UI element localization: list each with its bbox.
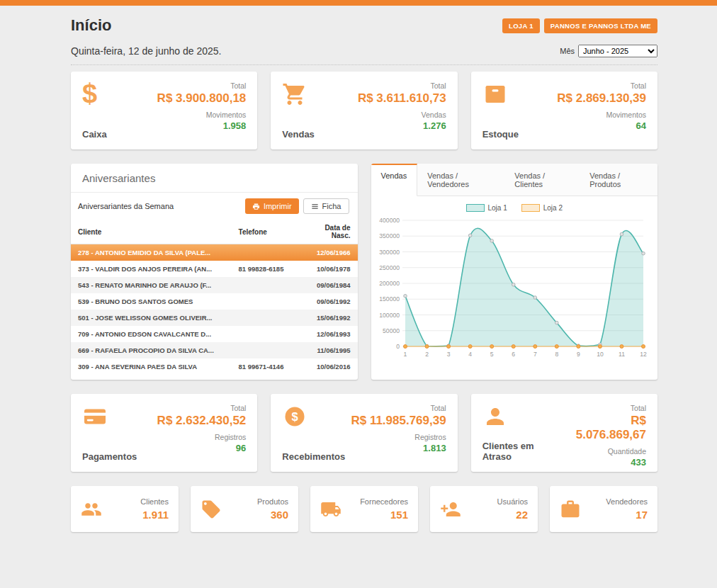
cell-cliente: 543 - RENATO MARINHO DE ARAUJO (F... (71, 277, 232, 293)
svg-text:9: 9 (576, 351, 580, 358)
summary-value: 22 (497, 509, 528, 521)
stat-card-title: Vendas (282, 129, 315, 140)
total-value: R$ 3.900.800,18 (157, 91, 247, 106)
coin-icon: $ (282, 404, 307, 429)
cell-data: 09/06/1984 (300, 277, 358, 293)
people-icon (81, 499, 102, 520)
svg-text:150000: 150000 (379, 295, 400, 303)
cell-telefone (232, 342, 300, 358)
usuarios-summary-card[interactable]: Usuários 22 (430, 486, 538, 532)
ficha-button[interactable]: Ficha (303, 198, 349, 214)
svg-text:10: 10 (597, 351, 604, 358)
summary-label: Fornecedores (360, 497, 408, 506)
recebimentos-card[interactable]: $ Recebimentos Total R$ 11.985.769,39 Re… (271, 394, 457, 472)
cell-telefone: 81 99828-6185 (232, 261, 300, 277)
tab-vendas-vendedores[interactable]: Vendas / Vendedores (417, 164, 504, 196)
main-content: Início LOJA 1 PANNOS E PANNOS LTDA ME Qu… (71, 16, 657, 532)
table-row[interactable]: 709 - ANTONIO EDSON CAVALCANTE D... 12/0… (71, 326, 358, 342)
loja1-legend-swatch (466, 204, 485, 212)
fornecedores-summary-card[interactable]: Fornecedores 151 (310, 486, 418, 532)
tab-vendas-clientes[interactable]: Vendas / Clientes (504, 164, 580, 196)
clientes-atraso-card[interactable]: Clientes em Atraso Total R$ 5.076.869,67… (471, 394, 657, 472)
chart-legend: Loja 1 Loja 2 (371, 196, 658, 212)
count-label: Registros (157, 433, 247, 441)
total-value: R$ 2.869.130,39 (557, 91, 646, 106)
cell-telefone (232, 326, 300, 342)
clientes-summary-card[interactable]: Clientes 1.911 (71, 486, 179, 532)
user-plus-icon (440, 499, 461, 520)
month-select[interactable]: Junho - 2025 (578, 45, 657, 57)
count-label: Movimentos (157, 111, 247, 119)
cell-data: 09/06/1992 (300, 293, 358, 310)
svg-text:100000: 100000 (379, 312, 400, 319)
total-label: Total (351, 404, 446, 412)
total-label: Total (157, 81, 247, 90)
current-date: Quinta-feira, 12 de junho de 2025. (71, 45, 222, 57)
store-button[interactable]: LOJA 1 (502, 18, 540, 33)
cell-data: 11/06/1995 (300, 342, 358, 358)
col-header-telefone: Telefone (232, 220, 300, 244)
total-value: R$ 11.985.769,39 (351, 414, 446, 428)
svg-text:0: 0 (396, 343, 400, 350)
caixa-card[interactable]: $ Caixa Total R$ 3.900.800,18 Movimentos… (71, 72, 257, 149)
cell-data: 10/06/1978 (300, 261, 358, 277)
table-row[interactable]: 669 - RAFAELA PROCOPIO DA SILVA CA... 11… (71, 342, 358, 358)
birthdays-title: Aniversariantes (71, 164, 358, 193)
table-row[interactable]: 539 - BRUNO DOS SANTOS GOMES 09/06/1992 (71, 293, 358, 310)
summary-label: Usuários (497, 497, 528, 506)
stat-card-title: Pagamentos (82, 451, 137, 462)
company-button[interactable]: PANNOS E PANNOS LTDA ME (544, 18, 657, 33)
tab-vendas[interactable]: Vendas (371, 164, 418, 196)
table-row[interactable]: 501 - JOSE WELISSON GOMES OLIVEIR... 15/… (71, 310, 358, 326)
total-label: Total (561, 404, 646, 412)
estoque-card[interactable]: Estoque Total R$ 2.869.130,39 Movimentos… (471, 72, 657, 149)
svg-text:7: 7 (533, 351, 536, 358)
total-label: Total (557, 81, 646, 90)
total-label: Total (358, 81, 446, 90)
cell-telefone (232, 293, 300, 310)
stat-card-title: Clientes em Atraso (482, 441, 562, 462)
col-header-cliente: Cliente (71, 220, 232, 244)
vendas-card[interactable]: Vendas Total R$ 3.611.610,73 Vendas 1.27… (271, 72, 457, 149)
vendedores-summary-card[interactable]: Vendedores 17 (550, 486, 657, 532)
svg-text:1: 1 (403, 351, 407, 358)
summary-value: 151 (360, 509, 408, 521)
table-row[interactable]: 278 - ANTONIO EMIDIO DA SILVA (PALE... 1… (71, 244, 358, 261)
svg-text:2: 2 (425, 351, 429, 358)
svg-text:200000: 200000 (379, 280, 400, 287)
summary-label: Produtos (257, 497, 288, 506)
tab-vendas-produtos[interactable]: Vendas / Produtos (580, 164, 657, 196)
table-row[interactable]: 309 - ANA SEVERINA PAES DA SILVA 81 9967… (71, 358, 358, 375)
produtos-summary-card[interactable]: Produtos 360 (191, 486, 298, 532)
col-header-data: Data de Nasc. (300, 220, 358, 244)
print-button[interactable]: Imprimir (245, 198, 299, 214)
birthdays-panel: Aniversariantes Aniversariantes da Seman… (71, 164, 358, 380)
total-value: R$ 3.611.610,73 (358, 91, 446, 106)
svg-text:400000: 400000 (379, 217, 400, 224)
total-label: Total (157, 404, 247, 412)
print-button-label: Imprimir (264, 202, 292, 210)
summary-value: 1.911 (140, 509, 169, 521)
cell-cliente: 278 - ANTONIO EMIDIO DA SILVA (PALE... (71, 244, 232, 261)
birthdays-table: Cliente Telefone Data de Nasc. 278 - ANT… (71, 220, 358, 375)
stat-card-title: Estoque (482, 129, 519, 140)
table-row[interactable]: 373 - VALDIR DOS ANJOS PEREIRA (AN... 81… (71, 261, 358, 277)
cell-cliente: 709 - ANTONIO EDSON CAVALCANTE D... (71, 326, 232, 342)
cell-telefone: 81 99671-4146 (232, 358, 300, 375)
summary-label: Clientes (140, 497, 169, 506)
loja1-legend-label: Loja 1 (488, 204, 507, 212)
svg-text:250000: 250000 (379, 264, 400, 271)
drawer-icon (482, 81, 508, 107)
pagamentos-card[interactable]: Pagamentos Total R$ 2.632.430,52 Registr… (71, 394, 257, 472)
sales-tabs: Vendas Vendas / Vendedores Vendas / Clie… (371, 164, 658, 196)
sales-panel: Vendas Vendas / Vendedores Vendas / Clie… (371, 164, 658, 380)
total-value: R$ 2.632.430,52 (157, 414, 247, 428)
cell-telefone (232, 244, 300, 261)
count-label: Movimentos (557, 111, 646, 119)
top-accent-bar (0, 0, 717, 6)
table-row[interactable]: 543 - RENATO MARINHO DE ARAUJO (F... 09/… (71, 277, 358, 293)
svg-text:50000: 50000 (383, 327, 400, 334)
cell-data: 12/06/1993 (300, 326, 358, 342)
svg-text:11: 11 (618, 351, 624, 358)
count-label: Registros (351, 433, 446, 441)
